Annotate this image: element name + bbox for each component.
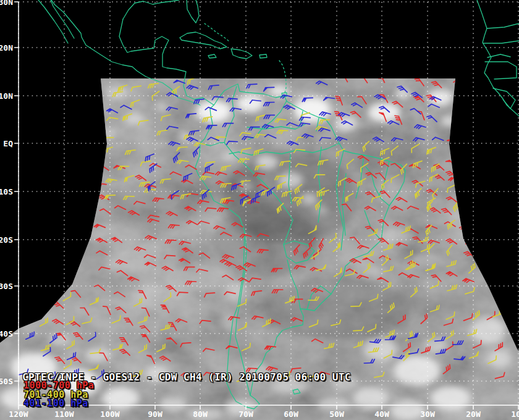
legend-item-high-level: 401-100 hPa	[23, 399, 88, 408]
lon-tick-label: 50W	[329, 410, 344, 419]
lat-tick-label: 30S	[0, 282, 13, 291]
lon-tick-label: 30W	[420, 410, 435, 419]
lon-tick-label: 40W	[374, 410, 389, 419]
lon-tick-label: 90W	[148, 410, 162, 419]
lon-tick-label: 20W	[466, 410, 481, 419]
lat-tick-label: 10N	[0, 91, 13, 101]
lat-tick-label: EQ	[3, 139, 13, 148]
lon-tick-label: 70W	[238, 410, 253, 419]
lon-tick-label: 10W	[511, 410, 519, 419]
lat-tick-label: 50S	[0, 377, 13, 386]
satellite-image-frame: 30N20N10NEQ10S20S30S40S50S120W110W100W90…	[0, 0, 519, 420]
map-canvas: 30N20N10NEQ10S20S30S40S50S120W110W100W90…	[0, 0, 519, 420]
lon-tick-label: 120W	[9, 410, 28, 419]
lat-tick-label: 20N	[0, 43, 13, 52]
legend-item-low-level: 1000-700 hPa	[23, 381, 94, 390]
lat-tick-label: 20S	[0, 235, 13, 245]
lat-tick-label: 10S	[0, 187, 13, 196]
lon-tick-label: 80W	[193, 410, 208, 419]
lon-tick-label: 60W	[284, 410, 298, 419]
lon-tick-label: 100W	[100, 410, 119, 419]
lat-tick-label: 30N	[0, 0, 13, 7]
lat-tick-label: 40S	[0, 329, 13, 338]
lon-tick-label: 110W	[54, 410, 74, 419]
